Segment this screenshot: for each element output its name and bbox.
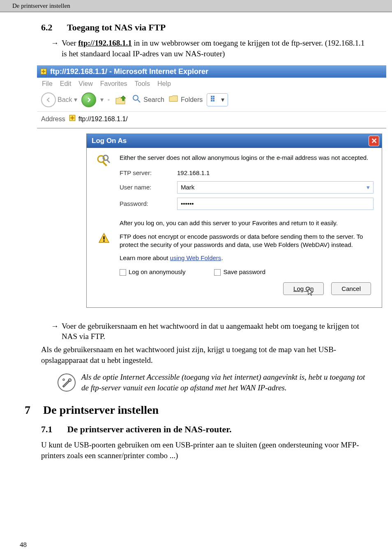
password-value: ••••••: [181, 200, 194, 208]
heading-7: 7 De printserver instellen: [25, 402, 367, 418]
bullet-6-2-2-text: Voer de gebruikersnaam en het wachtwoord…: [62, 322, 359, 341]
heading-7-1-title: De printserver activeren in de NAS-route…: [67, 424, 232, 434]
toolbar-forward[interactable]: [81, 92, 96, 107]
keys-icon: [96, 154, 112, 172]
dialog-message-2: After you log on, you can add this serve…: [120, 219, 374, 227]
username-input[interactable]: Mark ▾: [177, 181, 374, 194]
toolbar-up-dir[interactable]: [114, 93, 128, 107]
toolbar-search[interactable]: Search: [132, 94, 164, 106]
dialog-message-1: Either the server does not allow anonymo…: [120, 154, 374, 162]
bullet-6-2-1: Voer ftp://192.168.1.1 in in uw webbrows…: [62, 38, 367, 59]
bullet-6-2-1-prefix: Voer: [62, 39, 78, 47]
password-input[interactable]: ••••••: [177, 198, 374, 210]
svg-rect-5: [211, 96, 212, 97]
heading-7-number: 7: [25, 402, 40, 418]
checkbox-icon: [214, 269, 221, 276]
cancel-button-label: Cancel: [341, 285, 361, 292]
ftp-url-link[interactable]: ftp://192.168.1.1: [78, 39, 131, 47]
username-value: Mark: [181, 183, 194, 191]
views-dropdown-icon: ▾: [221, 95, 224, 104]
username-label: User name:: [120, 183, 177, 191]
heading-7-1-number: 7.1: [41, 423, 65, 436]
learn-more-prefix: Learn more about: [120, 254, 170, 261]
back-icon: [41, 92, 56, 107]
ie-menubar: File Edit View Favorites Tools Help: [37, 78, 386, 90]
menu-edit[interactable]: Edit: [60, 79, 71, 88]
page-number: 48: [20, 540, 27, 550]
svg-rect-7: [211, 98, 212, 99]
bullet-6-2-2: Voer de gebruikersnaam en het wachtwoord…: [62, 321, 367, 342]
svg-point-3: [133, 95, 138, 100]
toolbar-back-label: Back: [58, 95, 72, 104]
note-text: Als de optie Internet Accessible (toegan…: [81, 372, 367, 393]
forward-dropdown-icon[interactable]: ▾: [100, 95, 104, 104]
warning-icon: [98, 233, 110, 246]
heading-7-1: 7.1 De printserver activeren in de NAS-r…: [25, 423, 367, 436]
address-input[interactable]: ftp://192.168.1.1/: [69, 114, 382, 124]
svg-rect-2: [43, 70, 44, 74]
svg-rect-17: [106, 159, 110, 163]
checkbox-anonymous[interactable]: Log on anonymously: [120, 268, 185, 276]
svg-rect-18: [104, 236, 105, 240]
checkbox-save-password-label: Save password: [223, 268, 265, 276]
heading-6-2-number: 6.2: [41, 21, 65, 34]
views-icon: [210, 95, 219, 104]
svg-rect-19: [104, 240, 105, 242]
logon-button[interactable]: Log On: [283, 282, 324, 295]
note-block: Als de optie Internet Accessible (toegan…: [25, 372, 367, 393]
address-label: Address: [41, 115, 65, 124]
dialog-title: Log On As: [92, 136, 127, 146]
checkbox-icon: [120, 269, 126, 276]
running-header-text: De printserver instellen: [12, 2, 70, 9]
username-dropdown-icon[interactable]: ▾: [367, 183, 370, 191]
svg-rect-6: [213, 96, 214, 97]
toolbar-folders-label: Folders: [181, 95, 203, 104]
menu-file[interactable]: File: [42, 79, 53, 88]
toolbar-folders[interactable]: Folders: [168, 94, 203, 106]
address-ftp-icon: [69, 114, 76, 124]
ie-address-bar: Address ftp://192.168.1.1/: [37, 112, 386, 129]
checkbox-anonymous-label: Log on anonymously: [129, 268, 185, 276]
toolbar-views-button[interactable]: ▾: [207, 93, 228, 106]
heading-6-2-title: Toegang tot NAS via FTP: [67, 22, 166, 32]
note-icon: [58, 374, 76, 392]
svg-rect-8: [213, 98, 214, 99]
ie-toolbar: Back ▾ ▾ ▪ Search Folders: [37, 90, 386, 112]
address-value: ftp://192.168.1.1/: [78, 115, 128, 124]
learn-more-dot: .: [221, 254, 223, 261]
menu-favorites[interactable]: Favorites: [100, 79, 127, 88]
svg-rect-15: [102, 161, 107, 166]
dialog-titlebar: Log On As ✕: [87, 134, 382, 148]
toolbar-search-label: Search: [143, 95, 164, 104]
svg-line-4: [138, 100, 140, 102]
cursor-icon: [308, 288, 314, 298]
ie-window-screenshot: ftp://192.168.1.1/ - Microsoft Internet …: [37, 65, 386, 313]
svg-rect-10: [213, 100, 214, 101]
checkbox-save-password[interactable]: Save password: [214, 268, 265, 276]
password-label: Password:: [120, 200, 177, 208]
svg-rect-9: [211, 100, 212, 101]
ftp-server-label: FTP server:: [120, 169, 177, 177]
ie-app-icon: [39, 67, 48, 76]
folders-icon: [168, 94, 178, 106]
close-icon: ✕: [371, 136, 377, 146]
learn-more-link[interactable]: using Web Folders: [170, 254, 221, 261]
svg-rect-13: [72, 116, 73, 120]
dialog-close-button[interactable]: ✕: [369, 136, 379, 146]
running-header: De printserver instellen: [0, 0, 392, 12]
logon-dialog: Log On As ✕: [86, 134, 382, 307]
ftp-server-value: 192.168.1.1: [177, 169, 210, 177]
toolbar-back[interactable]: Back ▾: [41, 92, 77, 107]
back-dropdown-icon[interactable]: ▾: [74, 95, 77, 104]
ie-title-bar: ftp://192.168.1.1/ - Microsoft Internet …: [37, 65, 386, 78]
dialog-warning-text: FTP does not encrypt or encode passwords…: [120, 233, 374, 249]
cancel-button[interactable]: Cancel: [331, 282, 371, 295]
paragraph-7-1: U kunt de USB-poorten gebruiken om een U…: [25, 440, 367, 461]
menu-view[interactable]: View: [78, 79, 92, 88]
menu-help[interactable]: Help: [157, 79, 171, 88]
toolbar-separator: ▪: [108, 95, 110, 104]
svg-point-20: [69, 379, 71, 381]
menu-tools[interactable]: Tools: [135, 79, 150, 88]
heading-7-title: De printserver instellen: [43, 404, 159, 416]
svg-point-21: [63, 379, 65, 380]
